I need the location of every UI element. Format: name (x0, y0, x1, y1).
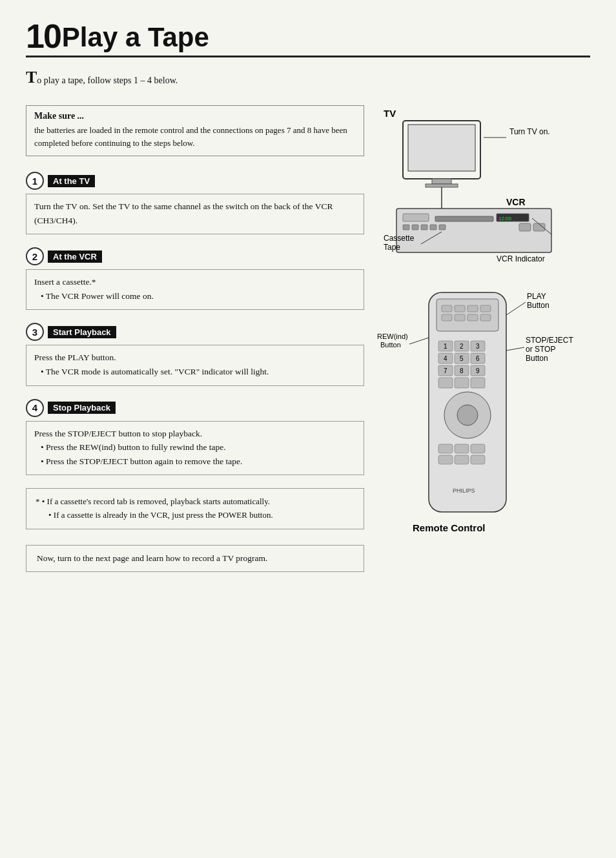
step-2-block: 2 At the VCR Insert a cassette.* The VCR… (26, 247, 364, 310)
step-2-label: At the VCR (48, 250, 102, 263)
page-title: 10 Play a Tape (26, 19, 590, 57)
footnote-line-1: * • If a cassette's record tab is remove… (36, 495, 354, 509)
svg-text:PLAY: PLAY (527, 292, 546, 301)
step-4-circle: 4 (26, 399, 44, 417)
step-1-box: Turn the TV on. Set the TV to the same c… (26, 194, 364, 234)
drop-cap: T (26, 69, 37, 86)
diagram-area: TV Turn TV on. VCR (377, 105, 590, 609)
step-3-block: 3 Start Playback Press the PLAY button. … (26, 323, 364, 385)
svg-rect-7 (403, 214, 429, 221)
device-diagram: TV Turn TV on. VCR (377, 105, 584, 609)
step-4-label: Stop Playback (48, 402, 116, 414)
step-4-box: Press the STOP/EJECT button to stop play… (26, 421, 364, 476)
step-1-header: 1 At the TV (26, 172, 364, 190)
step-1-label: At the TV (48, 175, 95, 187)
svg-text:7: 7 (444, 367, 447, 374)
svg-rect-8 (435, 216, 493, 221)
svg-text:6: 6 (476, 355, 480, 362)
svg-rect-59 (471, 444, 485, 453)
right-column: TV Turn TV on. VCR (377, 105, 590, 609)
svg-rect-16 (519, 223, 531, 231)
svg-text:PHILIPS: PHILIPS (453, 487, 475, 494)
svg-point-56 (457, 405, 478, 425)
svg-rect-30 (442, 314, 452, 321)
svg-text:4: 4 (444, 355, 447, 362)
make-sure-box: Make sure ... the batteries are loaded i… (26, 105, 364, 156)
svg-line-64 (506, 302, 526, 315)
page-number: 10 (26, 19, 61, 53)
svg-rect-58 (455, 444, 469, 453)
svg-text:Turn TV on.: Turn TV on. (509, 127, 550, 136)
svg-rect-14 (430, 225, 436, 230)
svg-rect-3 (426, 184, 458, 187)
step-4-block: 4 Stop Playback Press the STOP/EJECT but… (26, 399, 364, 476)
svg-rect-57 (438, 444, 453, 453)
step-4-header: 4 Stop Playback (26, 399, 364, 417)
svg-rect-60 (438, 455, 453, 464)
step-2-box: Insert a cassette.* The VCR Power will c… (26, 269, 364, 310)
svg-text:Remote Control: Remote Control (413, 522, 486, 533)
step-2-header: 2 At the VCR (26, 247, 364, 265)
svg-rect-53 (455, 378, 469, 388)
svg-rect-28 (467, 305, 478, 312)
step-3-box: Press the PLAY button. The VCR mode is a… (26, 345, 364, 385)
svg-text:Cassette: Cassette (384, 234, 415, 243)
svg-text:2: 2 (460, 343, 464, 350)
svg-line-70 (506, 347, 524, 351)
footnote-box: * • If a cassette's record tab is remove… (26, 488, 364, 529)
title-text: Play a Tape (62, 24, 209, 53)
svg-text:Tape: Tape (384, 243, 400, 252)
svg-rect-1 (408, 125, 475, 171)
svg-rect-27 (455, 305, 465, 312)
svg-rect-11 (403, 225, 409, 230)
svg-text:REW(ind): REW(ind) (377, 332, 408, 340)
svg-rect-26 (442, 305, 452, 312)
svg-text:STOP/EJECT: STOP/EJECT (526, 336, 573, 345)
svg-text:VCR Indicator: VCR Indicator (497, 254, 545, 263)
svg-rect-29 (480, 305, 491, 312)
svg-rect-12 (412, 225, 418, 230)
svg-text:3: 3 (476, 343, 480, 350)
bottom-note-text: Now, turn to the next page and learn how… (37, 553, 267, 563)
step-3-content: Press the PLAY button. The VCR mode is a… (34, 351, 356, 378)
svg-rect-52 (438, 378, 453, 388)
svg-text:Button: Button (526, 354, 548, 363)
step-2-content: Insert a cassette.* The VCR Power will c… (34, 275, 356, 303)
svg-text:1: 1 (444, 343, 447, 350)
step-1-content: Turn the TV on. Set the TV to the same c… (34, 199, 356, 227)
step-3-circle: 3 (26, 323, 44, 341)
svg-text:or STOP: or STOP (526, 345, 555, 354)
intro-line: To play a tape, follow steps 1 – 4 below… (26, 69, 590, 86)
svg-text:9: 9 (476, 367, 480, 374)
step-1-circle: 1 (26, 172, 44, 190)
step-4-content: Press the STOP/EJECT button to stop play… (34, 427, 356, 469)
left-column: Make sure ... the batteries are loaded i… (26, 105, 364, 609)
tv-label: TV (384, 108, 396, 119)
step-3-header: 3 Start Playback (26, 323, 364, 341)
svg-rect-15 (439, 225, 446, 230)
make-sure-title: Make sure ... (34, 111, 356, 121)
make-sure-content: the batteries are loaded in the remote c… (34, 124, 356, 149)
step-1-block: 1 At the TV Turn the TV on. Set the TV t… (26, 172, 364, 234)
bottom-note-box: Now, turn to the next page and learn how… (26, 545, 364, 572)
svg-rect-54 (471, 378, 485, 388)
svg-line-67 (409, 338, 429, 344)
footnote-line-2: • If a cassette is already in the VCR, j… (48, 509, 354, 522)
svg-text:Button: Button (380, 341, 401, 349)
vcr-label: VCR (506, 197, 526, 207)
svg-rect-31 (455, 314, 465, 321)
svg-rect-62 (471, 455, 485, 464)
svg-text:Button: Button (527, 301, 549, 310)
svg-text:5: 5 (460, 355, 464, 362)
step-3-label: Start Playback (48, 326, 116, 338)
svg-text:8: 8 (460, 367, 464, 374)
svg-rect-61 (455, 455, 469, 464)
step-2-circle: 2 (26, 247, 44, 265)
svg-rect-32 (467, 314, 478, 321)
svg-rect-2 (432, 179, 451, 184)
svg-rect-13 (421, 225, 427, 230)
svg-text:12:00: 12:00 (498, 216, 512, 221)
svg-rect-33 (480, 314, 491, 321)
